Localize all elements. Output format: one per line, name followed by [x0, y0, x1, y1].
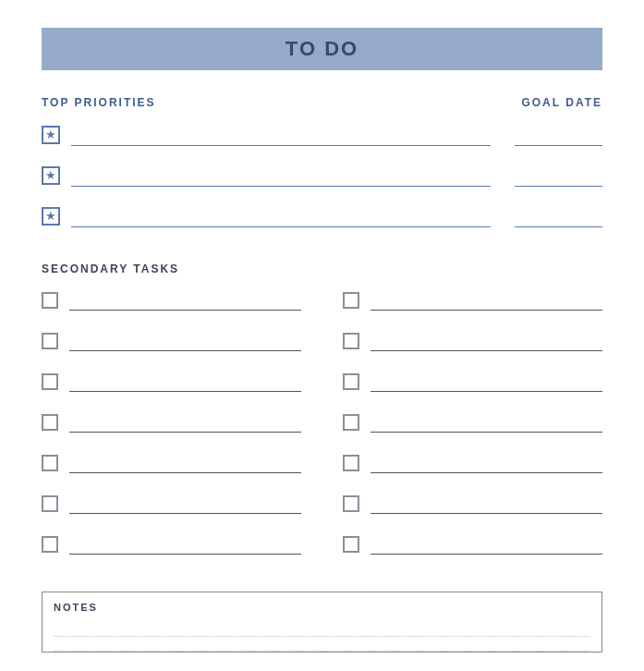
- secondary-row: [42, 373, 301, 392]
- task-checkbox[interactable]: [42, 495, 58, 512]
- task-checkbox[interactable]: [42, 414, 58, 431]
- priorities-list: ★ ★ ★: [42, 126, 602, 227]
- secondary-row: [343, 495, 602, 514]
- task-input[interactable]: [371, 457, 602, 473]
- task-input[interactable]: [69, 416, 301, 433]
- task-checkbox[interactable]: [42, 455, 58, 471]
- header-bar: TO DO: [42, 28, 602, 70]
- star-checkbox[interactable]: ★: [42, 126, 60, 144]
- priorities-header-row: TOP PRIORITIES GOAL DATE: [42, 96, 602, 109]
- task-checkbox[interactable]: [343, 495, 359, 512]
- secondary-row: [343, 373, 602, 392]
- task-input[interactable]: [69, 335, 301, 351]
- notes-label: NOTES: [54, 602, 590, 613]
- task-checkbox[interactable]: [343, 536, 359, 553]
- notes-line[interactable]: [54, 637, 590, 652]
- top-priorities-label: TOP PRIORITIES: [42, 96, 156, 109]
- task-input[interactable]: [371, 497, 602, 514]
- star-icon: ★: [45, 169, 56, 181]
- task-checkbox[interactable]: [343, 373, 359, 390]
- task-input[interactable]: [69, 457, 301, 473]
- task-input[interactable]: [69, 294, 301, 311]
- task-input[interactable]: [69, 497, 301, 514]
- task-checkbox[interactable]: [343, 292, 359, 309]
- secondary-row: [42, 495, 301, 514]
- secondary-row: [42, 536, 301, 555]
- task-checkbox[interactable]: [343, 333, 359, 349]
- goal-date-label: GOAL DATE: [521, 96, 602, 109]
- secondary-row: [343, 455, 602, 473]
- task-checkbox[interactable]: [343, 455, 359, 471]
- goal-date-input[interactable]: [515, 168, 602, 187]
- star-icon: ★: [45, 210, 56, 222]
- priority-input[interactable]: [71, 128, 491, 146]
- star-icon: ★: [45, 128, 56, 140]
- priority-input[interactable]: [71, 209, 491, 227]
- secondary-row: [42, 292, 301, 311]
- priority-row: ★: [42, 166, 602, 187]
- notes-line[interactable]: [54, 622, 590, 637]
- secondary-row: [42, 414, 301, 433]
- secondary-section: SECONDARY TASKS: [42, 262, 602, 555]
- secondary-col-left: [42, 292, 301, 555]
- secondary-row: [343, 414, 602, 433]
- task-input[interactable]: [371, 335, 602, 351]
- notes-section: NOTES: [42, 592, 602, 653]
- priority-input[interactable]: [71, 168, 491, 187]
- task-input[interactable]: [371, 375, 602, 392]
- task-input[interactable]: [371, 416, 602, 433]
- task-checkbox[interactable]: [42, 536, 58, 553]
- goal-date-input[interactable]: [515, 128, 602, 146]
- secondary-row: [343, 333, 602, 351]
- star-checkbox[interactable]: ★: [42, 166, 60, 185]
- secondary-col-right: [343, 292, 602, 555]
- secondary-grid: [42, 292, 602, 555]
- task-input[interactable]: [69, 375, 301, 392]
- task-input[interactable]: [69, 538, 301, 555]
- secondary-tasks-label: SECONDARY TASKS: [42, 262, 602, 275]
- secondary-row: [343, 536, 602, 555]
- priority-row: ★: [42, 207, 602, 227]
- task-checkbox[interactable]: [343, 414, 359, 431]
- page-title: TO DO: [42, 37, 602, 61]
- star-checkbox[interactable]: ★: [42, 207, 60, 226]
- secondary-row: [42, 455, 301, 473]
- secondary-row: [42, 333, 301, 351]
- task-input[interactable]: [371, 538, 602, 555]
- task-input[interactable]: [371, 294, 602, 311]
- goal-date-input[interactable]: [515, 209, 602, 227]
- secondary-row: [343, 292, 602, 311]
- task-checkbox[interactable]: [42, 292, 58, 309]
- task-checkbox[interactable]: [42, 333, 58, 349]
- todo-page: TO DO TOP PRIORITIES GOAL DATE ★ ★ ★ SEC…: [0, 0, 644, 653]
- priority-row: ★: [42, 126, 602, 146]
- task-checkbox[interactable]: [42, 373, 58, 390]
